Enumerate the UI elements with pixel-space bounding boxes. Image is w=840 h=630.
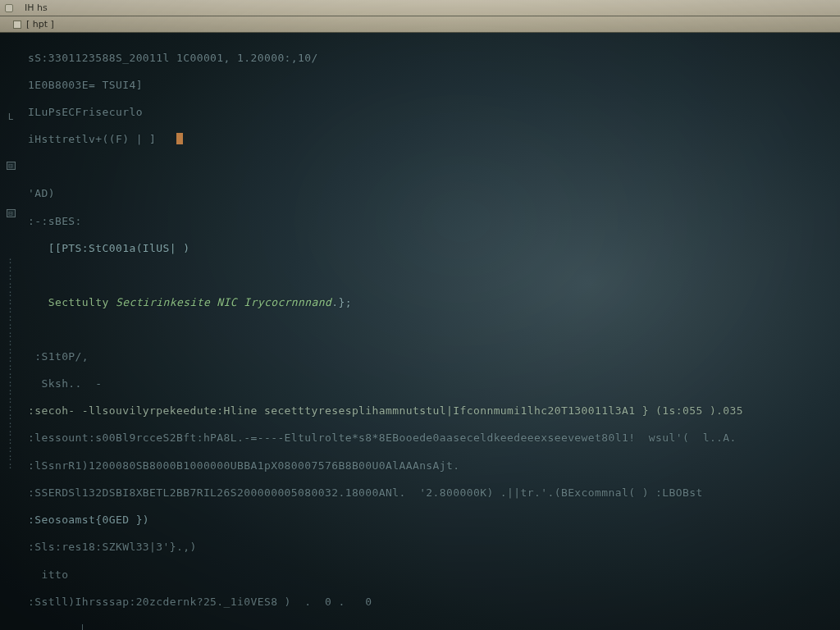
text-cursor — [176, 133, 183, 144]
code-line: [[PTS:StC001a(IlUS| ) — [28, 242, 837, 256]
code-line: iHsttretlv+((F) | ] — [28, 133, 156, 145]
code-line: :secoh- -llsouvilyrpekeedute:Hline secet… — [28, 404, 837, 418]
code-line: 'AD) — [28, 187, 837, 201]
code-line: :lSsnrR1)1200080SB8000B1000000UBBA1pX080… — [28, 459, 837, 473]
gutter-letter: L — [8, 112, 14, 122]
code-keyword: Secttulty — [28, 296, 116, 308]
tab-strip: [ hpt ] — [0, 16, 840, 33]
code-line: :Seosoamst{0GED }) — [28, 514, 837, 527]
code-line — [28, 323, 837, 336]
file-icon — [13, 21, 21, 29]
code-line: :-:sBES: — [28, 215, 837, 229]
code-line: itto — [28, 568, 837, 582]
code-line: Sksh.. - — [28, 377, 837, 391]
window-menu-label[interactable]: IH hs — [25, 2, 48, 13]
code-editor[interactable]: sS:3301123588S_20011l 1C00001, 1.20000:,… — [21, 33, 840, 630]
code-line: :S1t0P/, — [28, 350, 837, 364]
code-line: 1E0B8003E= TSUI4] — [28, 79, 837, 93]
gutter-dots: :::::::::::::::::::::::::: — [7, 257, 13, 470]
window-control-icon[interactable] — [5, 4, 13, 12]
fold-icon[interactable]: ⊟ — [7, 162, 16, 170]
tab-label[interactable]: [ hpt ] — [26, 19, 54, 30]
window-title-bar: IH hs — [0, 0, 840, 16]
fold-icon[interactable]: ⊟ — [7, 209, 16, 217]
code-line: :SSERDSl132DSBI8XBETL2BB7RIL26S200000005… — [28, 486, 837, 500]
code-line: :Sstll)Ihrsssap:20zcdernk?25._1i0VES8 ) … — [28, 596, 837, 609]
code-line — [28, 161, 837, 174]
code-line: :Sls:res18:SZKWl33|3'}.,) — [28, 541, 837, 555]
code-highlight: Sectirinkesite NIC Irycocrnnnand — [116, 296, 331, 308]
editor-gutter: L ⊟ ⊟ :::::::::::::::::::::::::: — [0, 33, 21, 630]
code-line: ILuPsECFrisecurlo — [28, 106, 837, 120]
code-line: sS:3301123588S_20011l 1C00001, 1.20000:,… — [28, 52, 837, 66]
code-line: .}; — [331, 296, 352, 308]
code-line — [28, 269, 837, 282]
code-line: :lessount:s00Bl9rcceS2Bft:hPA8L.-=----El… — [28, 431, 837, 445]
